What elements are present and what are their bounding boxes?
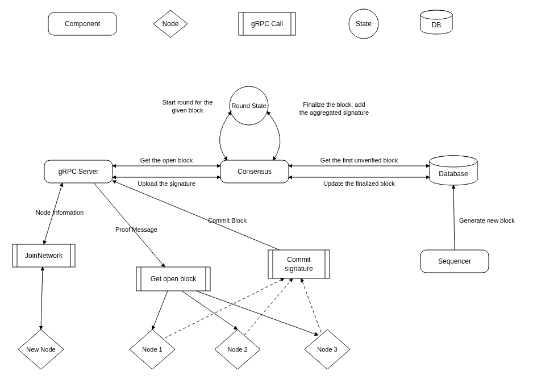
edge-commit-block [113, 181, 280, 250]
get-open-block-label: Get open block [151, 275, 197, 283]
legend-component-label: Component [65, 20, 101, 28]
round-state-node: Round State [230, 86, 268, 125]
edge-getopen-node2 [182, 291, 238, 330]
join-network-label: JoinNetwork [25, 252, 63, 260]
node3-label: Node 3 [317, 346, 337, 353]
consensus-label: Consensus [238, 168, 272, 176]
sequencer-node: Sequencer [420, 250, 489, 273]
round-state-label: Round State [231, 102, 266, 109]
edge-finalize-label-1: Finalize the block, add [303, 101, 365, 108]
new-node-label: New Node [26, 346, 55, 353]
node1-node: Node 1 [130, 330, 175, 369]
edge-get-open-block-label: Get the open block [140, 157, 193, 164]
database-label: Database [439, 170, 468, 178]
edge-node2-commit [244, 278, 293, 335]
edge-generate-new-block [453, 185, 455, 250]
grpc-server-node: gRPC Server [44, 160, 113, 183]
legend-component: Component [48, 12, 116, 35]
commit-signature-label-2: signature [285, 265, 313, 273]
edge-generate-new-block-label: Generate new block [459, 217, 515, 224]
svg-point-6 [420, 10, 452, 19]
sequencer-label: Sequencer [438, 257, 471, 265]
edge-update-finalized-label: Update the finalized block [323, 180, 395, 187]
edge-node-information-label: Node Information [36, 209, 84, 216]
edge-get-first-unverified-label: Get the first unverified block [320, 157, 398, 164]
node2-label: Node 2 [227, 346, 247, 353]
commit-signature-label-1: Commit [287, 256, 311, 264]
edge-finalize [267, 111, 280, 160]
new-node-node: New Node [18, 330, 64, 369]
consensus-node: Consensus [220, 160, 289, 183]
edge-node3-commit [301, 278, 321, 332]
edge-joinnetwork-newnode [41, 267, 43, 330]
edge-finalize-label-2: the aggregated signature [299, 109, 369, 116]
edge-getopen-node1 [152, 291, 168, 330]
grpc-server-label: gRPC Server [59, 168, 99, 176]
architecture-diagram: Component Node gRPC Call State DB Round … [0, 0, 533, 392]
legend-state: State [349, 9, 378, 39]
svg-rect-18 [268, 250, 330, 278]
get-open-block-node: Get open block [136, 267, 210, 291]
edge-proof-message-label: Proof Message [115, 226, 157, 233]
commit-signature-node: Commit signature [268, 250, 330, 278]
legend-db-label: DB [432, 21, 442, 29]
edge-getopen-node3 [196, 291, 318, 335]
node1-label: Node 1 [142, 346, 162, 353]
edge-start-round-label-1: Start round for the [163, 99, 213, 106]
database-node: Database [430, 156, 477, 185]
edge-proof-message [94, 183, 165, 267]
legend-node-label: Node [163, 20, 179, 28]
svg-point-11 [430, 156, 477, 167]
legend-grpc: gRPC Call [239, 12, 295, 35]
edge-start-round [220, 111, 231, 160]
legend-node: Node [153, 10, 188, 37]
node2-node: Node 2 [215, 330, 260, 369]
legend-grpc-label: gRPC Call [251, 20, 283, 28]
edge-start-round-label-2: given block [172, 107, 203, 114]
join-network-node: JoinNetwork [13, 244, 75, 267]
legend-db: DB [420, 10, 452, 34]
edge-upload-signature-label: Upload the signature [138, 180, 195, 187]
legend-state-label: State [356, 20, 372, 28]
edge-commit-block-label: Commit Block [208, 217, 247, 224]
node3-node: Node 3 [305, 330, 350, 369]
